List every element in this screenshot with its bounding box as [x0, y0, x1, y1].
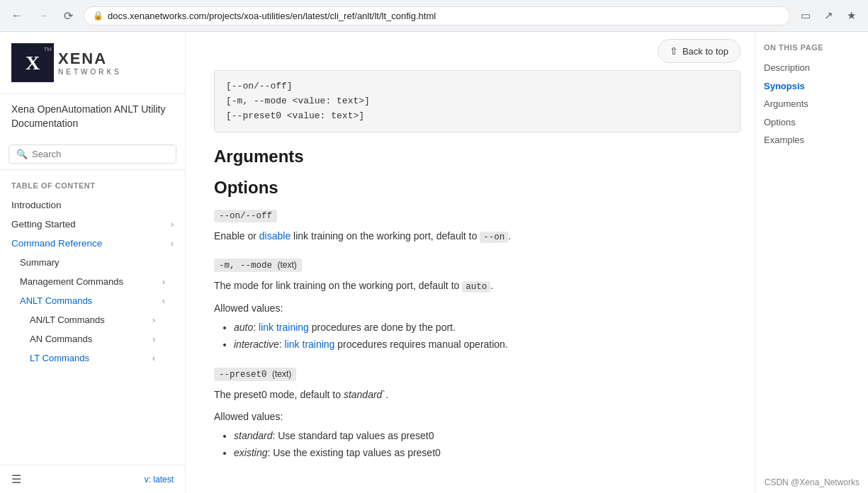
reload-button[interactable]: ⟳ — [58, 6, 78, 26]
logo-networks: NETWORKS — [58, 68, 122, 76]
sidebar-item-introduction[interactable]: Introduction — [0, 196, 185, 215]
back-to-top-label: Back to top — [682, 46, 728, 57]
synopsis-code-block: [--on/--off] [-m, --mode <value: text>] … — [214, 70, 740, 132]
mode-bullet-list: auto: link training procedures are done … — [214, 319, 740, 353]
on-this-page-description[interactable]: Description — [764, 59, 859, 77]
code-line-2: [-m, --mode <value: text>] — [226, 94, 728, 109]
option-tag-on-off: --on/--off — [214, 210, 277, 222]
list-item-interactive: interactive: link training procedures re… — [234, 336, 740, 353]
sidebar-item-lt-commands-label: LT Commands — [30, 353, 89, 363]
sidebar-item-getting-started-label: Getting Started — [11, 219, 76, 230]
sidebar-footer-icon[interactable]: ☰ — [11, 472, 21, 486]
sidebar-item-command-reference-label: Command Reference — [11, 238, 102, 249]
sidebar-footer: ☰ v: latest — [0, 465, 185, 493]
option-block-preset0: --preset0 (text) The preset0 mode, defau… — [214, 368, 740, 462]
search-input[interactable] — [32, 149, 169, 159]
search-icon: 🔍 — [16, 149, 28, 159]
chevron-up-icon-2: ‹ — [162, 296, 165, 306]
chevron-up-icon-3: ‹ — [152, 353, 155, 363]
logo-xena: XENA — [58, 50, 122, 68]
list-item-standard: standard: Use standard tap values as pre… — [234, 428, 740, 445]
browser-actions: ▭ ↗ ★ — [796, 6, 861, 26]
on-this-page-examples[interactable]: Examples — [764, 131, 859, 149]
right-sidebar: ON THIS PAGE Description Synopsis Argume… — [755, 32, 868, 493]
sidebar-title: Xena OpenAutomation ANLT Utility Documen… — [0, 94, 185, 139]
logo-x-letter: X — [26, 52, 40, 74]
option-block-on-off: --on/--off Enable or disable link traini… — [214, 209, 740, 244]
list-item-auto: auto: link training procedures are done … — [234, 319, 740, 336]
main-content: ⇧ Back to top [--on/--off] [-m, --mode <… — [186, 32, 755, 493]
on-this-page-label: ON THIS PAGE — [764, 43, 859, 52]
sidebar-search: 🔍 — [0, 139, 185, 170]
on-this-page-arguments[interactable]: Arguments — [764, 95, 859, 113]
sidebar-item-anlt-commands-label: ANLT Commands — [20, 295, 92, 306]
sidebar-item-an-commands[interactable]: AN Commands › — [0, 329, 185, 348]
sidebar: X TM XENA NETWORKS Xena OpenAutomation A… — [0, 32, 186, 493]
preset0-bullet-list: standard: Use standard tap values as pre… — [214, 428, 740, 462]
page-layout: X TM XENA NETWORKS Xena OpenAutomation A… — [0, 32, 868, 493]
on-this-page-synopsis[interactable]: Synopsis — [764, 77, 859, 96]
sidebar-item-summary-label: Summary — [20, 257, 60, 268]
cast-button[interactable]: ▭ — [796, 6, 816, 26]
logo-text-right: XENA NETWORKS — [58, 50, 122, 76]
option-block-mode: -m, --mode (text) The mode for link trai… — [214, 259, 740, 353]
sidebar-item-summary[interactable]: Summary — [0, 253, 185, 272]
chevron-down-icon: › — [171, 220, 174, 230]
bookmark-button[interactable]: ★ — [841, 6, 861, 26]
share-button[interactable]: ↗ — [818, 6, 838, 26]
chevron-right-icon-2: › — [152, 315, 155, 325]
sidebar-item-lt-commands[interactable]: LT Commands ‹ — [0, 348, 185, 368]
option-desc-preset0: The preset0 mode, default to standard`. — [214, 387, 740, 402]
logo-tm: TM — [43, 46, 52, 52]
code-line-1: [--on/--off] — [226, 79, 728, 94]
arguments-heading: Arguments — [214, 147, 740, 166]
allowed-values-preset0: Allowed values: — [214, 411, 740, 422]
address-bar[interactable]: 🔒 docs.xenanetworks.com/projects/xoa-uti… — [84, 6, 790, 26]
disable-link: disable — [259, 230, 291, 242]
sidebar-logo: X TM XENA NETWORKS — [0, 32, 185, 94]
arrow-up-icon: ⇧ — [670, 45, 678, 57]
on-this-page-options[interactable]: Options — [764, 113, 859, 132]
browser-chrome: ← → ⟳ 🔒 docs.xenanetworks.com/projects/x… — [0, 0, 868, 32]
sidebar-item-an-commands-label: AN Commands — [30, 334, 92, 344]
sidebar-item-introduction-label: Introduction — [11, 200, 62, 210]
sidebar-nav: TABLE OF CONTENT Introduction Getting St… — [0, 170, 185, 465]
options-heading: Options — [214, 178, 740, 198]
browser-toolbar: ← → ⟳ 🔒 docs.xenanetworks.com/projects/x… — [0, 0, 868, 31]
address-text: docs.xenanetworks.com/projects/xoa-utili… — [108, 11, 781, 21]
list-item-existing: existing: Use the existing tap values as… — [234, 445, 740, 462]
allowed-values-mode: Allowed values: — [214, 302, 740, 314]
search-box[interactable]: 🔍 — [9, 144, 176, 164]
option-desc-on-off: Enable or disable link training on the w… — [214, 228, 740, 244]
code-line-3: [--preset0 <value: text>] — [226, 109, 728, 124]
sidebar-item-getting-started[interactable]: Getting Started › — [0, 215, 185, 234]
sidebar-item-anlt-commands-sub[interactable]: AN/LT Commands › — [0, 310, 185, 329]
back-button[interactable]: ← — [7, 6, 27, 26]
toc-label: TABLE OF CONTENT — [0, 176, 185, 196]
chevron-right-icon-3: › — [152, 334, 155, 344]
chevron-up-icon: ‹ — [171, 239, 174, 249]
logo-box: X TM — [11, 43, 54, 82]
option-tag-mode: -m, --mode (text) — [214, 259, 302, 272]
sidebar-item-command-reference[interactable]: Command Reference ‹ — [0, 234, 185, 253]
logo-img: X TM XENA NETWORKS — [11, 43, 174, 82]
lock-icon: 🔒 — [93, 11, 103, 21]
sidebar-item-management-commands[interactable]: Management Commands › — [0, 272, 185, 291]
sidebar-item-anlt-sub-label: AN/LT Commands — [30, 314, 105, 325]
forward-button[interactable]: → — [33, 6, 52, 26]
default-auto: auto — [462, 281, 490, 293]
default-on: --on — [480, 232, 508, 243]
option-tag-preset0: --preset0 (text) — [214, 368, 296, 381]
content-top: ⇧ Back to top — [214, 32, 740, 70]
sidebar-footer-version[interactable]: v: latest — [145, 475, 174, 484]
sidebar-item-anlt-commands[interactable]: ANLT Commands ‹ — [0, 291, 185, 310]
chevron-right-icon: › — [162, 277, 165, 287]
sidebar-item-management-commands-label: Management Commands — [20, 276, 123, 287]
option-desc-mode: The mode for link training on the workin… — [214, 278, 740, 294]
back-to-top-button[interactable]: ⇧ Back to top — [658, 39, 740, 63]
